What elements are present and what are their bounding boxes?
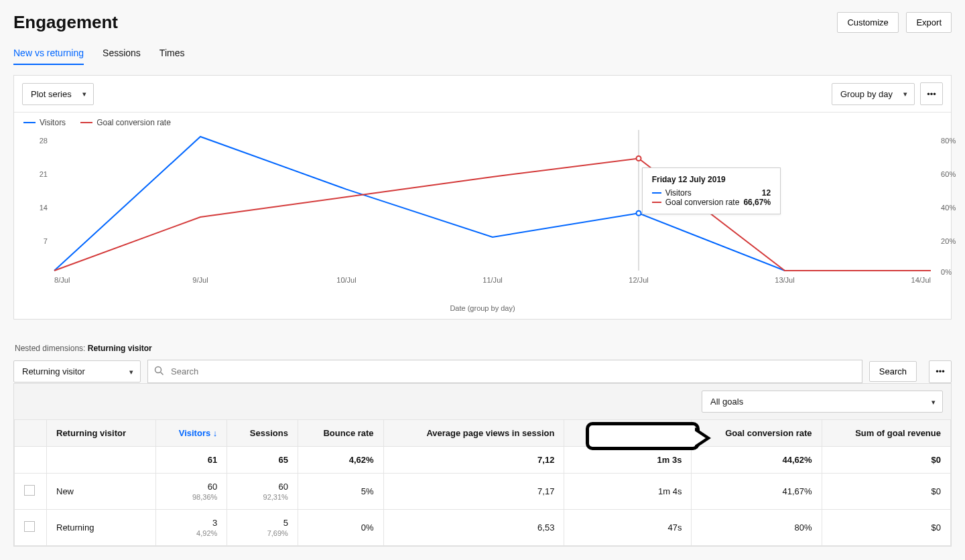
col-bounce[interactable]: Bounce rate [298, 420, 383, 447]
tooltip-value: 12 [762, 188, 771, 198]
col-revenue[interactable]: Sum of goal revenue [822, 420, 950, 447]
row-checkbox[interactable] [24, 521, 35, 532]
data-table: Returning visitor Visitors ↓ Sessions Bo… [14, 419, 951, 546]
tooltip-value: 66,67% [743, 198, 771, 207]
export-button[interactable]: Export [906, 12, 952, 33]
svg-point-10 [636, 211, 641, 216]
group-by-select[interactable]: Group by day [832, 83, 915, 105]
legend-label: Visitors [40, 118, 66, 127]
svg-point-11 [636, 156, 641, 161]
chart-xlabel: Date (group by day) [14, 304, 951, 319]
tabs: New vs returning Sessions Times [13, 48, 952, 66]
col-returning-visitor[interactable]: Returning visitor [47, 420, 156, 447]
col-checkbox [15, 420, 47, 447]
nested-dimensions-label: Nested dimensions: Returning visitor [15, 344, 952, 353]
chart-svg: 28 21 14 7 80% 60% 40% 20% 0% 8/Jul [54, 130, 931, 277]
search-input[interactable] [147, 360, 862, 383]
legend-conversion[interactable]: Goal conversion rate [80, 118, 171, 127]
chart-legend: Visitors Goal conversion rate [14, 113, 951, 130]
col-visitors[interactable]: Visitors ↓ [156, 420, 227, 447]
svg-text:80%: 80% [941, 137, 956, 145]
svg-line-20 [161, 372, 164, 374]
chart-tooltip: Friday 12 July 2019 Visitors 12 Goal con… [642, 167, 781, 214]
chart-card: Plot series Group by day ••• Visitors Go… [13, 75, 952, 320]
svg-text:40%: 40% [941, 204, 956, 212]
more-icon: ••• [936, 366, 945, 376]
svg-text:7: 7 [44, 237, 48, 245]
chart-more-button[interactable]: ••• [920, 82, 943, 105]
goals-select[interactable]: All goals [702, 391, 943, 413]
sort-desc-icon: ↓ [213, 428, 218, 438]
svg-text:0%: 0% [941, 268, 952, 276]
col-sessions[interactable]: Sessions [227, 420, 298, 447]
svg-point-19 [155, 366, 162, 372]
search-button[interactable]: Search [869, 361, 917, 382]
dimension-select[interactable]: Returning visitor [13, 360, 141, 382]
tooltip-label: Visitors [665, 188, 692, 198]
page-title: Engagement [13, 12, 118, 33]
svg-text:8/Jul: 8/Jul [54, 276, 70, 284]
svg-text:14/Jul: 14/Jul [911, 276, 931, 284]
svg-text:10/Jul: 10/Jul [336, 276, 356, 284]
row-label: New [47, 474, 156, 510]
legend-swatch-conversion [80, 122, 92, 123]
search-icon [154, 366, 164, 378]
svg-text:21: 21 [40, 170, 48, 178]
plot-series-select[interactable]: Plot series [22, 83, 94, 105]
tab-times[interactable]: Times [159, 48, 185, 65]
customize-button[interactable]: Customize [837, 12, 898, 33]
table-more-button[interactable]: ••• [929, 360, 952, 383]
svg-text:9/Jul: 9/Jul [192, 276, 208, 284]
svg-text:28: 28 [40, 137, 48, 145]
tooltip-title: Friday 12 July 2019 [652, 175, 771, 184]
svg-text:20%: 20% [941, 237, 956, 245]
tab-new-vs-returning[interactable]: New vs returning [13, 48, 84, 65]
tab-sessions[interactable]: Sessions [103, 48, 141, 65]
table-row[interactable]: Returning 34,92% 57,69% 0% 6,53 47s 80% … [15, 510, 951, 546]
row-label: Returning [47, 510, 156, 546]
svg-text:60%: 60% [941, 170, 956, 178]
annotation-highlight [586, 422, 700, 450]
col-avg-pv[interactable]: Average page views in session [383, 420, 564, 447]
more-icon: ••• [927, 89, 936, 99]
legend-swatch-visitors [23, 122, 36, 123]
table-row-totals: 61 65 4,62% 7,12 1m 3s 44,62% $0 [15, 447, 951, 474]
svg-text:12/Jul: 12/Jul [629, 276, 648, 284]
svg-text:11/Jul: 11/Jul [482, 276, 502, 284]
svg-text:13/Jul: 13/Jul [775, 276, 794, 284]
svg-text:14: 14 [40, 204, 48, 212]
legend-visitors[interactable]: Visitors [23, 118, 66, 127]
table-row[interactable]: New 6098,36% 6092,31% 5% 7,17 1m 4s 41,6… [15, 474, 951, 510]
chart-area[interactable]: 28 21 14 7 80% 60% 40% 20% 0% 8/Jul [14, 130, 951, 304]
tooltip-label: Goal conversion rate [665, 198, 740, 207]
col-conversion[interactable]: Goal conversion rate [692, 420, 822, 447]
row-checkbox[interactable] [24, 485, 35, 496]
legend-label: Goal conversion rate [96, 118, 171, 127]
